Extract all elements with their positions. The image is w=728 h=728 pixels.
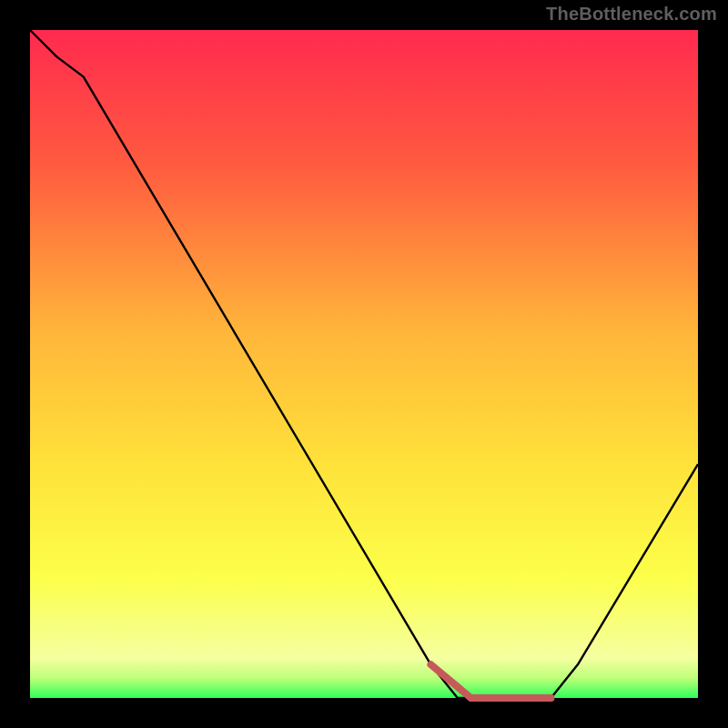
bottleneck-curve-chart bbox=[0, 0, 728, 728]
chart-container: TheBottleneck.com bbox=[0, 0, 728, 728]
watermark-label: TheBottleneck.com bbox=[546, 4, 717, 25]
plot-background bbox=[30, 30, 698, 698]
